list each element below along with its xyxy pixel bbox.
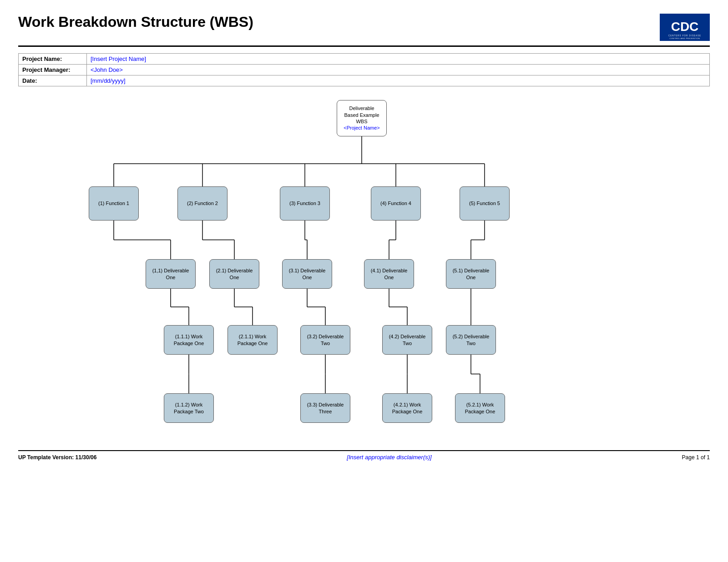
cdc-logo-icon: CDC CENTERS FOR DISEASE CONTROL AND PREV… (660, 14, 710, 41)
work-pkg-1-1-1-node: (1.1.1) WorkPackage One (164, 325, 214, 355)
svg-text:CENTERS FOR DISEASE: CENTERS FOR DISEASE (668, 35, 701, 37)
work-pkg-2-1-1-node: (2.1.1) WorkPackage One (228, 325, 278, 355)
function-1-node: (1) Function 1 (89, 186, 139, 221)
project-info-table: Project Name: [Insert Project Name] Proj… (18, 53, 710, 86)
project-name-value: [Insert Project Name] (87, 54, 710, 65)
wbs-diagram: Deliverable Based Example WBS <Project N… (18, 95, 710, 441)
page-title: Work Breakdown Structure (WBS) (18, 14, 253, 30)
wbs-root-node: Deliverable Based Example WBS <Project N… (337, 100, 387, 136)
deliverable-2-1-node: (2.1) DeliverableOne (209, 259, 259, 289)
deliverable-3-2-node: (3.2) DeliverableTwo (300, 325, 350, 355)
project-name-row: Project Name: [Insert Project Name] (19, 54, 710, 65)
deliverable-1-1-node: (1,1) DeliverableOne (146, 259, 196, 289)
header-divider (18, 45, 710, 47)
svg-text:CDC: CDC (671, 20, 699, 34)
template-version: UP Template Version: 11/30/06 (18, 454, 96, 461)
deliverable-5-1-node: (5.1) DeliverableOne (446, 259, 496, 289)
svg-text:CONTROL AND PREVENTION: CONTROL AND PREVENTION (670, 37, 700, 40)
deliverable-3-1-node: (3.1) DeliverableOne (282, 259, 332, 289)
work-pkg-5-2-1-node: (5.2.1) WorkPackage One (455, 393, 505, 423)
deliverable-4-1-node: (4.1) DeliverableOne (364, 259, 414, 289)
function-2-node: (2) Function 2 (177, 186, 228, 221)
page-number: Page 1 of 1 (682, 454, 710, 461)
project-date-label: Date: (19, 75, 87, 86)
deliverable-3-3-node: (3.3) DeliverableThree (300, 393, 350, 423)
work-pkg-1-1-2-node: (1.1.2) WorkPackage Two (164, 393, 214, 423)
project-manager-value: <John Doe> (87, 65, 710, 75)
function-5-node: (5) Function 5 (460, 186, 510, 221)
project-date-value: [mm/dd/yyyy] (87, 75, 710, 86)
project-manager-label: Project Manager: (19, 65, 87, 75)
disclaimer: [Insert appropriate disclaimer(s)] (96, 454, 682, 461)
deliverable-4-2-node: (4.2) DeliverableTwo (382, 325, 432, 355)
function-4-node: (4) Function 4 (371, 186, 421, 221)
function-3-node: (3) Function 3 (280, 186, 330, 221)
work-pkg-4-2-1-node: (4.2.1) WorkPackage One (382, 393, 432, 423)
root-node-text: Deliverable Based Example WBS <Project N… (344, 105, 379, 131)
page-footer: UP Template Version: 11/30/06 [Insert ap… (18, 450, 710, 461)
project-date-row: Date: [mm/dd/yyyy] (19, 75, 710, 86)
project-manager-row: Project Manager: <John Doe> (19, 65, 710, 75)
deliverable-5-2-node: (5.2) DeliverableTwo (446, 325, 496, 355)
page-header: Work Breakdown Structure (WBS) CDC CENTE… (18, 14, 710, 41)
project-name-label: Project Name: (19, 54, 87, 65)
